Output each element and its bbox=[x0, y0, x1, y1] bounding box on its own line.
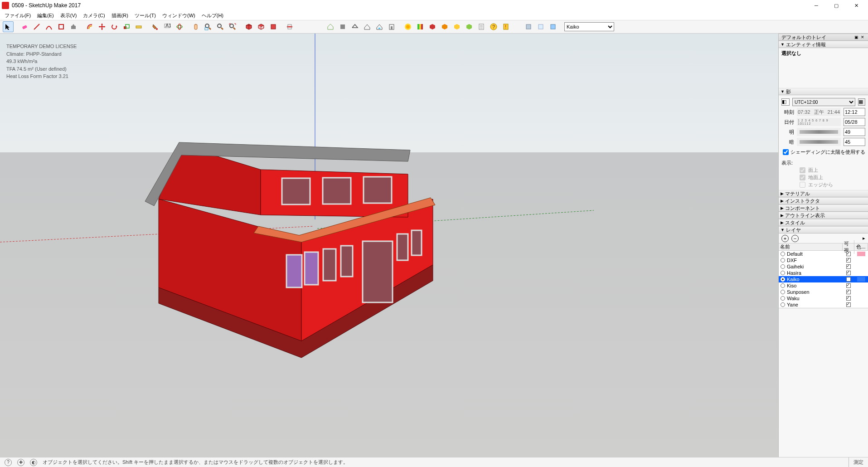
panel-style-header[interactable]: ▶スタイル bbox=[779, 219, 868, 226]
window-tool[interactable] bbox=[374, 21, 385, 32]
section-tool[interactable] bbox=[284, 21, 295, 32]
tape-tool[interactable] bbox=[133, 21, 144, 32]
tray-pin-icon[interactable]: ▣ bbox=[853, 34, 859, 40]
wall-tool[interactable] bbox=[337, 21, 348, 32]
pan-tool[interactable] bbox=[190, 21, 201, 32]
panel-outliner-header[interactable]: ▶アウトライン表示 bbox=[779, 212, 868, 219]
layer-row[interactable]: Hasira bbox=[779, 270, 868, 276]
hidden-tool[interactable] bbox=[548, 21, 558, 32]
panel-component-header[interactable]: ▶コンポーネント bbox=[779, 204, 868, 212]
use-sun-checkbox[interactable]: シェーディングに太陽を使用する bbox=[783, 149, 865, 156]
door-tool[interactable] bbox=[386, 21, 397, 32]
menu-window[interactable]: ウィンドウ(W) bbox=[160, 11, 198, 20]
date-value[interactable]: 05/28 bbox=[844, 118, 865, 126]
panel-shadow-header[interactable]: ▼影 bbox=[779, 88, 868, 95]
pushpull-tool[interactable] bbox=[68, 21, 79, 32]
zoom-extents-tool[interactable] bbox=[227, 21, 238, 32]
menu-draw[interactable]: 描画(R) bbox=[109, 11, 131, 20]
shadow-toggle-icon[interactable]: ◧ bbox=[781, 98, 790, 106]
layer-active-radio[interactable] bbox=[781, 252, 785, 256]
display-face-checkbox[interactable]: 面上 bbox=[800, 166, 865, 174]
paint-tool[interactable] bbox=[150, 21, 160, 32]
layer-active-radio[interactable] bbox=[781, 277, 785, 282]
display-ground-checkbox[interactable]: 地面上 bbox=[800, 174, 865, 181]
eraser-tool[interactable] bbox=[19, 21, 30, 32]
color5-tool[interactable] bbox=[464, 21, 475, 32]
layer-row[interactable]: Gaiheki bbox=[779, 263, 868, 270]
time-slider[interactable]: 07:32正午21:44 bbox=[797, 108, 841, 116]
menu-help[interactable]: ヘルプ(H) bbox=[199, 11, 226, 20]
arc-tool[interactable] bbox=[44, 21, 54, 32]
display-edge-checkbox[interactable]: エッジから bbox=[800, 181, 865, 188]
light-slider[interactable] bbox=[797, 128, 841, 136]
layer-visible-checkbox[interactable] bbox=[846, 290, 851, 294]
menu-file[interactable]: ファイル(F) bbox=[2, 11, 34, 20]
layer-visible-checkbox[interactable] bbox=[846, 302, 851, 307]
maximize-button[interactable]: ▢ bbox=[826, 0, 846, 11]
shape-tool[interactable] bbox=[56, 21, 67, 32]
menu-camera[interactable]: カメラ(C) bbox=[80, 11, 107, 20]
panel-instructor-header[interactable]: ▶インストラクタ bbox=[779, 197, 868, 204]
layer-row[interactable]: Yane bbox=[779, 302, 868, 308]
layer-menu-icon[interactable]: ▸ bbox=[863, 235, 865, 241]
tray-close-icon[interactable]: ✕ bbox=[860, 34, 865, 40]
date-slider[interactable]: 1 2 3 4 5 6 7 8 9 101112 bbox=[797, 118, 841, 126]
menu-edit[interactable]: 編集(E) bbox=[34, 11, 57, 20]
layer-visible-checkbox[interactable] bbox=[846, 296, 851, 301]
layer-row[interactable]: Sunposen bbox=[779, 289, 868, 295]
iso-tool[interactable] bbox=[243, 21, 254, 32]
light-value[interactable]: 49 bbox=[844, 128, 865, 136]
floor-tool[interactable] bbox=[362, 21, 373, 32]
time-value[interactable]: 12:12 bbox=[844, 108, 865, 116]
home-tool[interactable] bbox=[325, 21, 336, 32]
line-tool[interactable] bbox=[31, 21, 42, 32]
shadow-expand-icon[interactable]: ▦ bbox=[858, 98, 865, 106]
color2-tool[interactable] bbox=[427, 21, 438, 32]
scene-select[interactable]: Kaiko bbox=[564, 22, 614, 31]
text-tool[interactable]: A1 bbox=[162, 21, 173, 32]
select-tool[interactable] bbox=[3, 21, 14, 32]
color1-tool[interactable] bbox=[415, 21, 426, 32]
layer-visible-checkbox[interactable] bbox=[846, 283, 851, 288]
layer-visible-checkbox[interactable] bbox=[846, 252, 851, 256]
menu-view[interactable]: 表示(V) bbox=[58, 11, 80, 20]
offset-tool[interactable] bbox=[84, 21, 95, 32]
menu-tools[interactable]: ツール(T) bbox=[132, 11, 159, 20]
panel-material-header[interactable]: ▶マテリアル bbox=[779, 190, 868, 197]
layer-row[interactable]: Waku bbox=[779, 295, 868, 302]
layer-active-radio[interactable] bbox=[781, 271, 785, 275]
viewport[interactable]: TEMPORARY DEMO LICENSE Climate: PHPP-Sta… bbox=[0, 34, 778, 457]
backedge-tool[interactable] bbox=[535, 21, 546, 32]
dark-slider[interactable] bbox=[797, 138, 841, 146]
color4-tool[interactable] bbox=[451, 21, 462, 32]
color3-tool[interactable] bbox=[439, 21, 450, 32]
status-help-icon[interactable]: ? bbox=[5, 459, 12, 466]
layer-remove-button[interactable]: − bbox=[791, 235, 799, 242]
layer-row[interactable]: Kiso bbox=[779, 282, 868, 289]
layer-active-radio[interactable] bbox=[781, 283, 785, 288]
zoom-tool[interactable] bbox=[215, 21, 226, 32]
status-geo-icon[interactable]: ✚ bbox=[17, 459, 24, 466]
layer-visible-checkbox[interactable] bbox=[846, 271, 851, 275]
warning-tool[interactable]: ! bbox=[500, 21, 511, 32]
timezone-select[interactable]: UTC+12:00 bbox=[792, 98, 855, 106]
report-tool[interactable] bbox=[476, 21, 487, 32]
rotate-tool[interactable] bbox=[109, 21, 120, 32]
layer-row[interactable]: Default bbox=[779, 251, 868, 257]
layer-row[interactable]: DXF bbox=[779, 257, 868, 263]
layer-active-radio[interactable] bbox=[781, 264, 785, 269]
roof-tool[interactable] bbox=[349, 21, 360, 32]
layer-add-button[interactable]: + bbox=[781, 235, 789, 242]
layer-visible-checkbox[interactable] bbox=[846, 264, 851, 269]
energy-tool[interactable] bbox=[402, 21, 413, 32]
panel-layer-header[interactable]: ▼レイヤ bbox=[779, 226, 868, 234]
layer-visible-checkbox[interactable] bbox=[846, 258, 851, 263]
scale-tool[interactable] bbox=[121, 21, 132, 32]
dark-value[interactable]: 45 bbox=[844, 138, 865, 146]
zoom-window-tool[interactable] bbox=[203, 21, 213, 32]
layer-row[interactable]: Kaiko bbox=[779, 276, 868, 282]
move-tool[interactable] bbox=[97, 21, 107, 32]
panel-entity-header[interactable]: ▼エンティティ情報 bbox=[779, 41, 868, 48]
front-tool[interactable] bbox=[268, 21, 279, 32]
layer-active-radio[interactable] bbox=[781, 258, 785, 263]
